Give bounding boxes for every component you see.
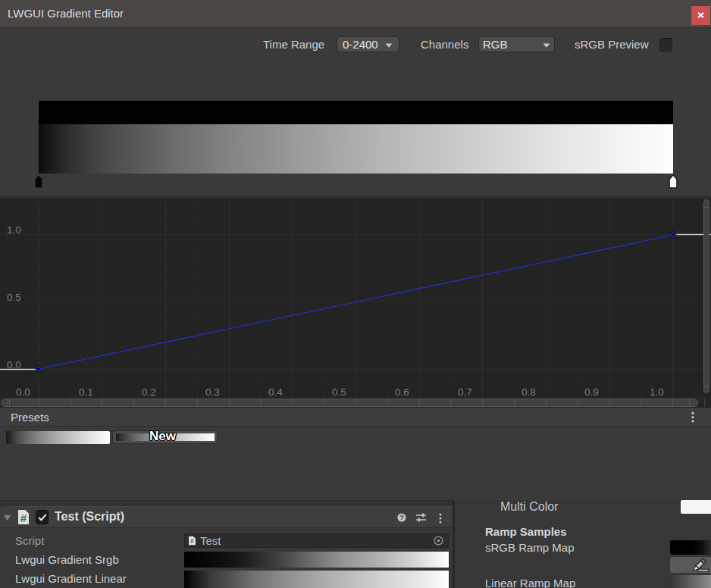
svg-text:0.3: 0.3	[205, 386, 220, 397]
svg-text:0.5: 0.5	[7, 292, 21, 303]
svg-text:?: ?	[399, 514, 404, 521]
svg-text:0.0: 0.0	[16, 386, 30, 397]
svg-text:0.8: 0.8	[522, 386, 536, 397]
svg-text:0.5: 0.5	[332, 386, 346, 397]
svg-text:0.4: 0.4	[268, 386, 283, 397]
svg-text:0.7: 0.7	[458, 386, 472, 397]
svg-text:0.2: 0.2	[142, 386, 156, 397]
svg-text:1.0: 1.0	[650, 386, 664, 397]
svg-text:0.9: 0.9	[584, 386, 599, 397]
svg-text:0.1: 0.1	[79, 386, 93, 397]
svg-text:1.0: 1.0	[7, 224, 21, 236]
svg-text:#: #	[20, 511, 27, 524]
svg-text:#: #	[190, 537, 194, 545]
svg-text:0.6: 0.6	[395, 386, 409, 397]
